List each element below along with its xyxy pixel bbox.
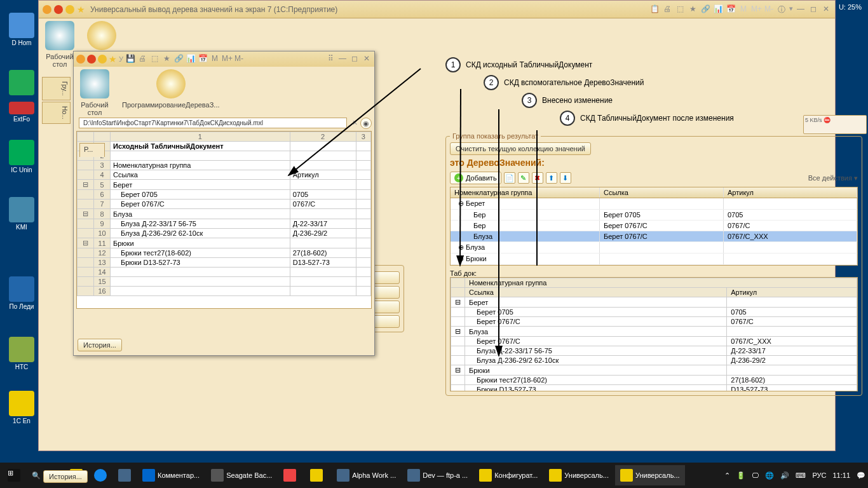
tb-icon[interactable]: 📅 — [726, 4, 736, 15]
cpu-label: U: 25% — [839, 3, 862, 11]
maximize-icon[interactable]: ◻ — [808, 4, 818, 15]
tb-icon[interactable]: 📋 — [649, 4, 660, 15]
delete-icon[interactable]: ✖ — [532, 172, 543, 184]
tb-icon[interactable]: ⬚ — [675, 4, 685, 15]
close-icon[interactable]: ✕ — [362, 54, 372, 64]
mminus-icon[interactable]: M- — [234, 54, 244, 64]
down-icon[interactable]: ⬇ — [560, 172, 571, 184]
minimize-icon[interactable]: — — [796, 4, 806, 15]
clock[interactable]: 11:11 — [832, 471, 850, 479]
star-icon[interactable]: ★ — [109, 54, 117, 64]
mminus-icon: M- — [764, 4, 774, 15]
titlebar: ★ Универсальный вывод дерева значений на… — [39, 1, 835, 18]
desktop-icon[interactable]: IC Unin — [1, 140, 42, 173]
tb-icon[interactable]: ★ — [161, 54, 172, 64]
spreadsheet[interactable]: 123 1Исходный ТабличныйДокумент23Номенкл… — [76, 131, 372, 309]
tb-icon[interactable]: 🖨 — [662, 4, 672, 15]
more-icon[interactable]: ⠿ — [325, 54, 336, 64]
close-orb[interactable] — [54, 5, 63, 14]
clear-btn[interactable]: Очистить текущую коллекцию значений — [450, 142, 591, 155]
tb-icon[interactable]: 📊 — [186, 54, 196, 64]
mplus-icon[interactable]: M+ — [222, 54, 232, 64]
add-button[interactable]: +Добавить — [450, 172, 501, 184]
tray-chevron-icon[interactable]: ⌃ — [724, 471, 730, 480]
battery-icon[interactable]: 🔋 — [736, 471, 745, 480]
file-path: D:\InfoStart\ИнфоСтарт7\Картинки7\ТабДок… — [79, 118, 347, 128]
close-tab-icon[interactable]: ✕ — [352, 119, 358, 127]
dz-title: это ДеревоЗначений: — [450, 158, 858, 168]
start-button[interactable]: ⊞ — [3, 465, 25, 485]
maximize-icon[interactable]: ◻ — [349, 54, 360, 64]
mplus-icon: M+ — [751, 4, 761, 15]
save-icon[interactable]: 💾 — [125, 54, 135, 64]
tb-icon[interactable]: 🔗 — [700, 4, 710, 15]
tabdoc-grid[interactable]: Номенклатурная группа СсылкаАртикул ⊟Бер… — [450, 277, 858, 391]
task-app[interactable] — [278, 465, 304, 485]
prog-tool[interactable]: ПрограммированиеДереваЗ... — [122, 69, 220, 112]
store-icon[interactable] — [113, 465, 136, 485]
tabdoc-label: Таб док: — [450, 269, 477, 277]
history-button[interactable]: История... — [78, 339, 122, 351]
p-tab[interactable]: Р... — [79, 143, 105, 157]
min-orb[interactable] — [98, 55, 107, 64]
net-widget: 5 KB/s ⛔ — [803, 115, 867, 134]
desktop-tool[interactable]: Рабочий стол — [45, 21, 74, 67]
app-icon — [76, 55, 85, 64]
m-icon[interactable]: M — [210, 54, 220, 64]
desktop-icon[interactable]: По Леди — [1, 276, 42, 310]
desktop-icon[interactable]: D Hom — [1, 13, 42, 46]
tb-icon[interactable]: 🔗 — [173, 54, 184, 64]
minimize-icon[interactable]: — — [337, 54, 348, 64]
tb-icon[interactable]: ★ — [688, 4, 698, 15]
print-icon[interactable]: 🖨 — [137, 54, 147, 64]
task-app[interactable] — [305, 465, 330, 485]
taskbar: ⊞ 🔍 ◧ Комментар... Seagate Bac... Alpha … — [0, 463, 868, 488]
window-title: Универсальный вывод дерева значений на э… — [90, 5, 337, 14]
lang-indicator[interactable]: РУС — [812, 471, 826, 479]
callout-2: 2 — [484, 75, 499, 90]
desktop-icon[interactable] — [1, 70, 42, 97]
task-app-active[interactable]: Универсаль... — [615, 465, 685, 485]
desktop-tool[interactable]: Рабочий стол — [80, 69, 109, 112]
min-orb[interactable] — [65, 5, 74, 14]
keyboard-icon[interactable]: ⌨ — [796, 471, 806, 480]
tb-icon[interactable]: ⬚ — [149, 54, 159, 64]
desktop-icon[interactable]: KMI — [1, 197, 42, 231]
edit-icon[interactable]: ✎ — [518, 172, 529, 184]
notifications-icon[interactable]: 💬 — [857, 471, 865, 480]
help-icon[interactable]: ⓘ — [776, 4, 787, 15]
callout-4: 4 — [560, 111, 575, 126]
vtab[interactable]: Но... — [42, 102, 71, 124]
tb-icon[interactable]: 📊 — [713, 4, 723, 15]
vtab[interactable]: Гру... — [42, 77, 71, 100]
app-icon — [43, 5, 51, 14]
task-app[interactable]: Универсаль... — [544, 465, 614, 485]
task-app[interactable]: Seagate Bac... — [206, 465, 277, 485]
desktop-icon[interactable]: ExtFo — [1, 102, 42, 123]
desktop-icon[interactable]: HTC — [1, 337, 42, 370]
up-icon[interactable]: ⬆ — [546, 172, 557, 184]
task-app[interactable]: Dev — ftp-a ... — [402, 465, 473, 485]
close-icon[interactable]: ✕ — [821, 4, 831, 15]
tree-grid[interactable]: Номенклатурная группа Ссылка Артикул ⊖ Б… — [450, 187, 858, 266]
m-icon: M — [738, 4, 749, 15]
all-actions[interactable]: Все действия ▾ — [808, 174, 858, 182]
history-button-main[interactable]: История... — [43, 470, 88, 483]
task-app[interactable]: Комментар... — [137, 465, 205, 485]
volume-icon[interactable]: 🔊 — [780, 471, 789, 480]
nav-icon[interactable]: ◉ — [360, 118, 372, 129]
edge-icon[interactable] — [89, 465, 112, 485]
display-icon[interactable]: 🖵 — [752, 471, 759, 479]
task-app[interactable]: Конфигурат... — [474, 465, 543, 485]
tb-icon[interactable]: 📅 — [198, 54, 208, 64]
task-app[interactable]: Alpha Work ... — [332, 465, 401, 485]
star-icon[interactable]: ★ — [77, 4, 85, 15]
desktop-icon[interactable]: 1C En — [1, 391, 42, 424]
callout-1: 1 — [445, 57, 461, 72]
network-icon[interactable]: 🌐 — [765, 471, 774, 480]
close-orb[interactable] — [87, 55, 96, 64]
copy-icon[interactable]: 📄 — [504, 172, 515, 184]
inner-window: ★ У 💾 🖨 ⬚ ★ 🔗 📊 📅 M M+ M- ⠿ — ◻ ✕ Рабочи… — [73, 51, 375, 356]
callout-3: 3 — [522, 93, 537, 108]
